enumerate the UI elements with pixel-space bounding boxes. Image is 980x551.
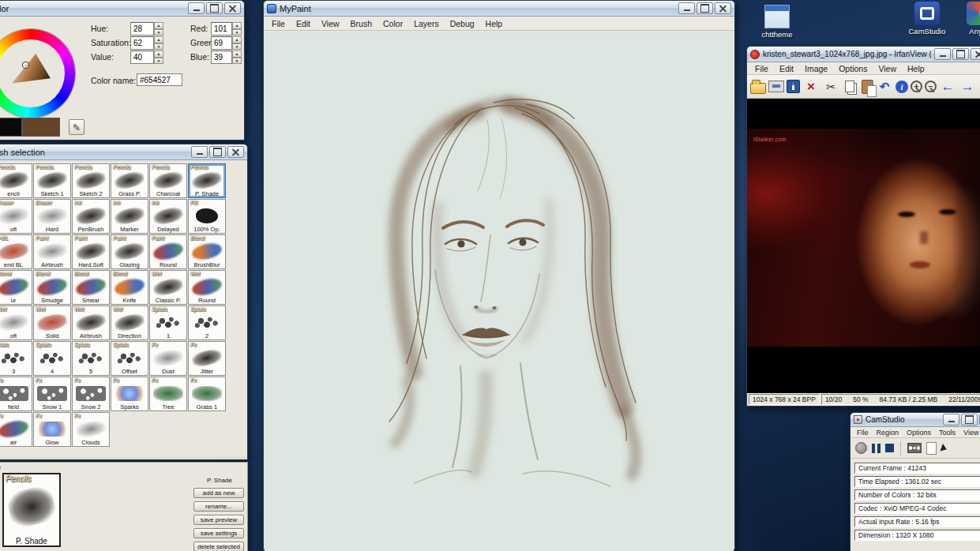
undo-icon[interactable]: ↶ [876,78,893,96]
rename-button[interactable]: rename... [193,501,244,512]
value-input[interactable] [130,51,154,64]
brush-oft[interactable]: Eraseroft [0,199,32,234]
camstudio-titlebar[interactable]: CamStudio [850,413,980,427]
brush-delayed[interactable]: InkDelayed [149,199,187,234]
color-wheel[interactable] [0,29,75,118]
brush-grass-1[interactable]: FxGrass 1 [188,377,226,411]
save-settings-button[interactable]: save settings [193,528,244,538]
brush-hard-soft[interactable]: PaintHard.Soft [72,234,110,269]
brush-100-op[interactable]: Fill100% Op. [188,199,226,234]
brush-encil[interactable]: Pencilsencil [0,163,32,198]
save-preview-button[interactable]: save preview [193,515,244,525]
brush-3[interactable]: plats3 [0,341,32,376]
spin-up-icon[interactable] [154,51,163,58]
spin-up-icon[interactable] [154,36,163,43]
close-button[interactable] [224,2,241,14]
open-folder-icon[interactable] [750,83,766,94]
brush-glow[interactable]: FxGlow [33,412,71,447]
stop-icon[interactable] [885,444,894,452]
irfanview-menu-image[interactable]: Image [799,62,833,75]
brush-airbrush[interactable]: WetAirbrush [72,305,110,340]
brush-window-titlebar[interactable]: rush selection [0,144,247,160]
minimize-button[interactable] [934,48,951,60]
color-window-titlebar[interactable]: olor [0,1,244,17]
hue-input[interactable] [130,22,154,36]
brush-5[interactable]: Splats5 [72,341,110,376]
color-marker[interactable] [23,62,28,68]
irfanview-menu-options[interactable]: Options [833,62,873,75]
brush-round[interactable]: WetRound [188,270,226,305]
maximize-button[interactable] [209,146,226,158]
green-input[interactable] [211,36,232,50]
brush-smudge[interactable]: BlendSmudge [33,270,71,305]
brush-jitter[interactable]: FxJitter [188,341,226,376]
brush-hard[interactable]: EraserHard [33,199,71,234]
zoom-in-icon[interactable]: + [911,81,922,92]
swf-icon[interactable] [926,442,937,455]
brush-penbrush[interactable]: InkPenBrush [72,199,110,234]
brush-grass-p[interactable]: PencilsGrass P. [111,163,148,198]
brush-oft[interactable]: Wetoft [0,305,32,340]
brush-direction[interactable]: WetDirection [111,305,148,340]
mypaint-menu-debug[interactable]: Debug [445,17,480,30]
delete-selected-button[interactable]: delete selected [193,542,244,551]
spin-up-icon[interactable] [232,51,242,58]
brush-end-bl[interactable]: t+BLend BL [0,234,32,269]
maximize-button[interactable] [952,48,969,60]
color-triangle[interactable] [10,53,51,94]
maximize-button[interactable] [206,2,223,14]
info-icon[interactable]: i [896,81,908,93]
mypaint-titlebar[interactable]: MyPaint [264,1,734,17]
irfanview-titlebar[interactable]: kristen_stewart3_1024x768_jpg.jpg - Irfa… [747,47,980,62]
camstudio-menu-tools[interactable]: Tools [935,428,959,437]
brush-sparks[interactable]: FxSparks [111,377,148,411]
brush-brushblur[interactable]: BlendBrushBlur [188,234,226,269]
mypaint-menu-edit[interactable]: Edit [291,17,316,30]
maximize-button[interactable] [697,2,713,14]
camstudio-menu-file[interactable]: File [853,428,873,437]
cut-icon[interactable]: ✂ [822,78,839,96]
brush-4[interactable]: Splats4 [33,341,71,376]
save-icon[interactable] [787,80,800,93]
copy-icon[interactable] [842,78,859,96]
mypaint-menu-brush[interactable]: Brush [345,17,377,30]
spin-up-icon[interactable] [154,22,163,29]
pause-icon[interactable] [872,444,880,453]
brush-solid[interactable]: WetSolid [33,305,71,340]
next-icon[interactable]: → [959,78,976,96]
record-icon[interactable] [855,442,867,454]
spin-up-icon[interactable] [232,36,242,43]
close-button[interactable] [227,146,244,158]
saturation-input[interactable] [130,36,154,50]
desktop-icon-anyv[interactable]: Any V [957,2,980,36]
delete-icon[interactable]: × [802,78,820,96]
brush-snow-2[interactable]: FxSnow 2 [72,377,110,411]
brush-marker[interactable]: InkMarker [111,199,148,234]
close-button[interactable] [715,2,731,14]
brush-round[interactable]: PaintRound [149,234,187,269]
minimize-button[interactable] [943,414,959,425]
brush-classic-p[interactable]: WetClassic P. [149,270,187,305]
irfanview-menu-help[interactable]: Help [902,62,930,75]
zoom-out-icon[interactable]: − [925,81,937,92]
brush-knife[interactable]: BlendKnife [111,270,148,305]
mypaint-menu-view[interactable]: View [316,17,345,30]
brush-offset[interactable]: SplatsOffset [111,341,148,376]
spin-down-icon[interactable] [154,29,163,36]
brush-snow-1[interactable]: FxSnow 1 [33,377,71,411]
mypaint-menu-file[interactable]: File [266,17,291,30]
blue-input[interactable] [211,51,232,64]
spin-down-icon[interactable] [154,43,163,51]
brush-glazing[interactable]: PaintGlazing [111,234,148,269]
brush-tree[interactable]: FxTree [149,377,187,411]
prev-icon[interactable]: ← [939,78,956,96]
paste-icon[interactable] [862,80,873,94]
avi-icon[interactable] [907,443,922,453]
brush-field[interactable]: Fxfield [0,377,32,411]
maximize-button[interactable] [961,414,978,425]
selected-brush-preview[interactable]: Pencils P. Shade [2,473,61,547]
camstudio-menu-view[interactable]: View [959,428,980,437]
close-button[interactable] [971,48,980,60]
brush-p-shade[interactable]: PencilsP. Shade [188,163,226,198]
camstudio-menu-region[interactable]: Region [873,428,903,437]
